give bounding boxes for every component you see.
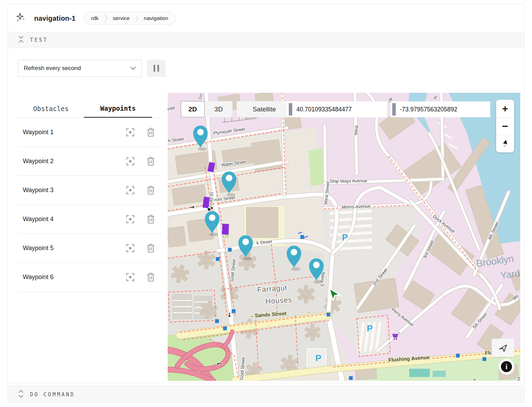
page-title: navigation-1	[34, 14, 76, 22]
crosswalk-marker	[228, 248, 232, 252]
waypoint-row: Waypoint 5	[18, 234, 162, 263]
focus-target-icon	[126, 157, 135, 166]
chevron-divider-icon	[104, 14, 107, 23]
tab-obstacles[interactable]: Obstacles	[18, 100, 84, 118]
delete-waypoint-button[interactable]	[147, 244, 155, 253]
crosswalk-marker	[232, 309, 236, 313]
breadcrumb: rdk service navigation	[84, 12, 175, 25]
waypoint-row: Waypoint 6	[18, 263, 162, 292]
sparkle-icon	[16, 12, 26, 24]
trash-icon	[147, 272, 155, 282]
latitude-input[interactable]	[296, 106, 383, 113]
expand-icon	[18, 390, 24, 399]
breadcrumb-service: service	[107, 15, 135, 21]
delete-waypoint-button[interactable]	[147, 186, 155, 195]
parking-icon: P	[342, 232, 348, 242]
crosswalk-marker	[349, 376, 353, 380]
crosswalk-marker	[456, 354, 460, 358]
center-map-on-waypoint-button[interactable]	[126, 128, 135, 137]
crosswalk-marker	[483, 357, 486, 361]
center-map-on-waypoint-button[interactable]	[126, 215, 135, 224]
waypoint-row: Waypoint 4	[18, 205, 162, 234]
waypoint-row: Waypoint 3	[18, 176, 162, 205]
component-card: navigation-1 rdk service navigation TEST…	[8, 4, 524, 403]
do-command-section-header[interactable]: DO COMMAND	[8, 386, 524, 403]
trash-icon	[147, 215, 155, 224]
zoom-out-button[interactable]: −	[496, 117, 514, 135]
waypoint-label: Waypoint 3	[18, 187, 114, 194]
center-map-on-waypoint-button[interactable]	[126, 272, 135, 282]
map-label: →	[305, 308, 311, 315]
waypoint-label: Waypoint 4	[18, 216, 114, 223]
breadcrumb-navigation: navigation	[138, 15, 174, 21]
delete-waypoint-button[interactable]	[147, 215, 155, 224]
map-label: Morris Avenue	[342, 204, 371, 210]
longitude-input-wrap	[390, 101, 490, 117]
parking-icon: P	[315, 353, 321, 363]
waypoint-label: Waypoint 5	[18, 245, 114, 252]
focus-target-icon	[126, 244, 135, 253]
crosswalk-marker	[223, 327, 227, 330]
waypoint-label: Waypoint 2	[18, 158, 114, 165]
test-section-label: TEST	[30, 37, 48, 43]
compass-needle-icon	[501, 139, 510, 149]
map-satellite-button[interactable]: Satellite	[237, 101, 292, 117]
crosswalk-marker	[215, 319, 219, 323]
tab-waypoints[interactable]: Waypoints	[84, 100, 152, 118]
center-map-on-waypoint-button[interactable]	[126, 244, 135, 253]
pause-icon	[154, 65, 155, 72]
crosswalk-marker	[216, 257, 220, 261]
zoom-in-button[interactable]: +	[496, 100, 514, 117]
trash-icon	[147, 186, 155, 195]
component-header: navigation-1 rdk service navigation	[8, 4, 524, 32]
map-canvas: PPPPlymouth Streeth StreettreeWater Stre…	[168, 93, 520, 381]
map-info-button[interactable]: i	[499, 359, 514, 375]
map-label: Go	[197, 93, 203, 100]
focus-target-icon	[126, 186, 135, 195]
chevron-divider-icon	[135, 14, 138, 23]
refresh-rate-select[interactable]: Refresh every second	[18, 60, 142, 77]
longitude-input[interactable]	[399, 106, 487, 113]
compass-button[interactable]	[496, 135, 514, 152]
map-zoom-control: + −	[496, 100, 514, 152]
latitude-input-wrap	[287, 101, 387, 117]
locate-robot-button[interactable]	[492, 339, 514, 357]
focus-target-icon	[126, 215, 135, 224]
map-obstacle-marker[interactable]	[222, 224, 229, 235]
info-icon: i	[501, 361, 512, 372]
map-label: West	[353, 125, 359, 136]
drag-handle-icon[interactable]	[392, 103, 396, 116]
crosswalk-marker	[301, 235, 304, 239]
drag-handle-icon[interactable]	[289, 103, 292, 116]
delete-waypoint-button[interactable]	[147, 128, 155, 137]
breadcrumb-rdk: rdk	[86, 15, 104, 21]
crosswalk-marker	[327, 313, 331, 317]
waypoint-row: Waypoint 2	[18, 147, 162, 176]
waypoint-label: Waypoint 6	[18, 274, 114, 281]
waypoint-row: Waypoint 1	[18, 118, 162, 147]
map-label: Ship Ways Avenue	[330, 178, 367, 184]
trash-icon	[147, 157, 155, 166]
chevron-down-icon	[130, 67, 136, 70]
trash-icon	[147, 244, 155, 253]
divider	[8, 383, 524, 383]
delete-waypoint-button[interactable]	[147, 157, 155, 166]
map-2d-button[interactable]: 2D	[181, 101, 205, 117]
map-label: →	[189, 203, 195, 211]
delete-waypoint-button[interactable]	[147, 272, 155, 282]
map-label: ↓	[227, 311, 232, 318]
waypoint-list: Waypoint 1Waypoint 2Waypoint 3Waypoint 4…	[18, 118, 162, 292]
map-container[interactable]: 2D 3D Satellite + − i	[168, 93, 520, 381]
trash-icon	[147, 128, 155, 137]
collapse-icon	[18, 36, 24, 44]
do-command-label: DO COMMAND	[30, 391, 75, 398]
pause-button[interactable]	[147, 60, 166, 77]
focus-target-icon	[126, 272, 135, 282]
center-map-on-waypoint-button[interactable]	[126, 186, 135, 195]
center-map-on-waypoint-button[interactable]	[126, 157, 135, 166]
focus-target-icon	[126, 128, 135, 137]
parking-icon: P	[367, 323, 373, 334]
map-3d-button[interactable]: 3D	[205, 101, 233, 117]
test-section-header[interactable]: TEST	[8, 32, 524, 48]
navigate-arrow-icon	[499, 344, 508, 353]
